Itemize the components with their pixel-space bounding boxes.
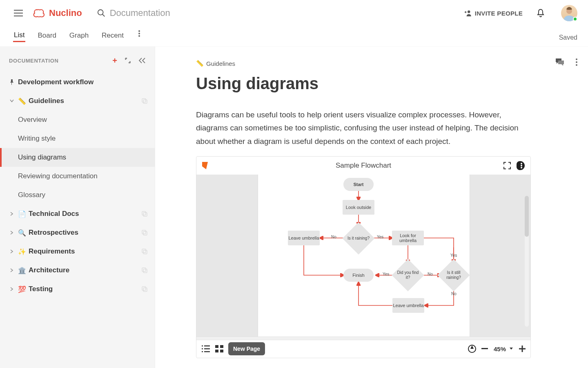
svg-rect-7	[143, 100, 147, 103]
svg-point-4	[138, 33, 140, 34]
chevron-right-icon	[8, 287, 16, 291]
svg-rect-8	[142, 211, 146, 215]
sidebar-item-retrospectives[interactable]: 🔍 Retrospectives	[0, 223, 155, 242]
svg-rect-17	[143, 288, 147, 292]
svg-rect-13	[143, 250, 147, 254]
node-look-outside[interactable]: Look outside	[343, 200, 374, 215]
user-avatar[interactable]	[561, 5, 577, 21]
svg-rect-15	[143, 269, 147, 273]
sidebar-item-reviewing-documentation[interactable]: Reviewing documentation	[0, 167, 155, 186]
node-leave-umbrella-1[interactable]: Leave umbrella	[288, 231, 320, 245]
svg-point-1	[468, 11, 470, 13]
intro-paragraph: Diagrams can be useful tools to help ori…	[196, 108, 531, 148]
chevron-down-icon	[509, 347, 513, 350]
edge-no: No	[451, 292, 457, 296]
diagram-canvas[interactable]: Start Look outside Is it raining? Leave …	[196, 175, 530, 337]
list-view-button[interactable]	[201, 345, 210, 352]
recenter-button[interactable]	[468, 344, 477, 353]
zoom-out-button[interactable]	[481, 348, 488, 350]
tab-overflow[interactable]	[136, 30, 143, 41]
embed-scrollbar-horizontal[interactable]	[196, 337, 530, 340]
sidebar-item-testing[interactable]: 💯 Testing	[0, 280, 155, 298]
svg-rect-40	[519, 348, 526, 350]
sidebar-item-guidelines[interactable]: 📏 Guidelines	[0, 92, 155, 110]
sidebar-item-requirements[interactable]: ✨ Requirements	[0, 242, 155, 261]
brand-logo[interactable]: Nuclino	[33, 8, 82, 18]
svg-point-18	[576, 58, 577, 60]
sidebar-item-glossary[interactable]: Glossary	[0, 186, 155, 204]
svg-point-0	[98, 10, 103, 15]
workspace-title: DOCUMENTATION	[9, 58, 107, 64]
chevron-right-icon	[8, 249, 16, 254]
page-title: Using diagrams	[196, 74, 547, 93]
invite-icon	[463, 10, 472, 16]
document-pane: 📏 Guidelines Using diagrams Diagrams can…	[155, 47, 588, 368]
node-leave-umbrella-2[interactable]: Leave umbrella	[392, 298, 424, 313]
sidebar-item-architecture[interactable]: 🏛️ Architecture	[0, 261, 155, 280]
search-input[interactable]: Documentation	[97, 8, 170, 18]
zoom-in-button[interactable]	[519, 346, 526, 352]
copy-icon[interactable]	[142, 98, 147, 104]
doc-overflow-button[interactable]	[576, 58, 577, 66]
tab-list[interactable]: List	[13, 29, 25, 42]
presence-indicator	[573, 17, 577, 21]
tab-recent[interactable]: Recent	[101, 29, 125, 42]
pinned-item[interactable]: Development workflow	[0, 73, 155, 92]
node-finish[interactable]: Finish	[343, 269, 374, 282]
pin-icon	[8, 79, 16, 85]
chevron-down-icon	[8, 99, 16, 103]
new-page-button[interactable]: New Page	[228, 342, 265, 355]
add-item-button[interactable]: +	[112, 56, 117, 65]
comments-button[interactable]	[555, 58, 564, 66]
copy-icon[interactable]	[142, 286, 147, 292]
svg-rect-12	[142, 249, 146, 253]
edge-no: No	[428, 272, 433, 276]
grid-view-button[interactable]	[215, 345, 223, 352]
copy-icon[interactable]	[142, 267, 147, 273]
chevron-right-icon	[8, 268, 16, 272]
tab-board[interactable]: Board	[37, 29, 57, 42]
notifications-button[interactable]	[537, 9, 545, 18]
svg-point-3	[138, 30, 140, 32]
sidebar-item-overview[interactable]: Overview	[0, 110, 155, 129]
tab-graph[interactable]: Graph	[69, 29, 89, 42]
svg-rect-35	[215, 350, 218, 352]
sidebar-item-writing-style[interactable]: Writing style	[0, 129, 155, 148]
breadcrumb[interactable]: 📏 Guidelines	[196, 60, 547, 67]
copy-icon[interactable]	[142, 211, 147, 217]
embed-scrollbar-thumb[interactable]	[525, 196, 529, 237]
node-look-for-umbrella[interactable]: Look for umbrella	[392, 231, 424, 245]
sidebar-item-using-diagrams[interactable]: Using diagrams	[0, 148, 155, 167]
sidebar-item-technical-docs[interactable]: 📄 Technical Docs	[0, 204, 155, 223]
svg-rect-34	[220, 345, 223, 348]
copy-icon[interactable]	[142, 230, 147, 236]
embed-title: Sample Flowchart	[196, 162, 530, 170]
svg-rect-14	[142, 268, 146, 272]
edge-yes: Yes	[377, 235, 383, 239]
chevron-right-icon	[8, 212, 16, 216]
svg-rect-6	[142, 99, 146, 102]
edge-no: No	[331, 235, 336, 239]
search-icon	[97, 9, 106, 18]
svg-point-5	[138, 35, 140, 37]
copy-icon[interactable]	[142, 249, 147, 254]
diagram-embed: Sample Flowchart	[196, 156, 531, 358]
svg-point-19	[576, 61, 577, 63]
svg-rect-36	[220, 350, 223, 352]
zoom-select[interactable]: 45%	[494, 346, 513, 352]
collapse-sidebar-button[interactable]	[138, 58, 146, 63]
svg-rect-11	[143, 231, 147, 235]
menu-button[interactable]	[10, 4, 27, 22]
edge-yes: Yes	[450, 253, 457, 258]
invite-people-button[interactable]: INVITE PEOPLE	[463, 10, 523, 17]
brand-name: Nuclino	[49, 8, 82, 18]
svg-rect-38	[481, 348, 488, 349]
chevron-right-icon	[8, 231, 16, 235]
save-status: Saved	[559, 34, 577, 46]
svg-rect-9	[143, 213, 147, 216]
svg-rect-33	[215, 345, 218, 348]
svg-point-20	[576, 64, 577, 66]
expand-button[interactable]	[125, 57, 131, 64]
node-start[interactable]: Start	[343, 178, 374, 191]
edge-yes: Yes	[383, 272, 389, 276]
